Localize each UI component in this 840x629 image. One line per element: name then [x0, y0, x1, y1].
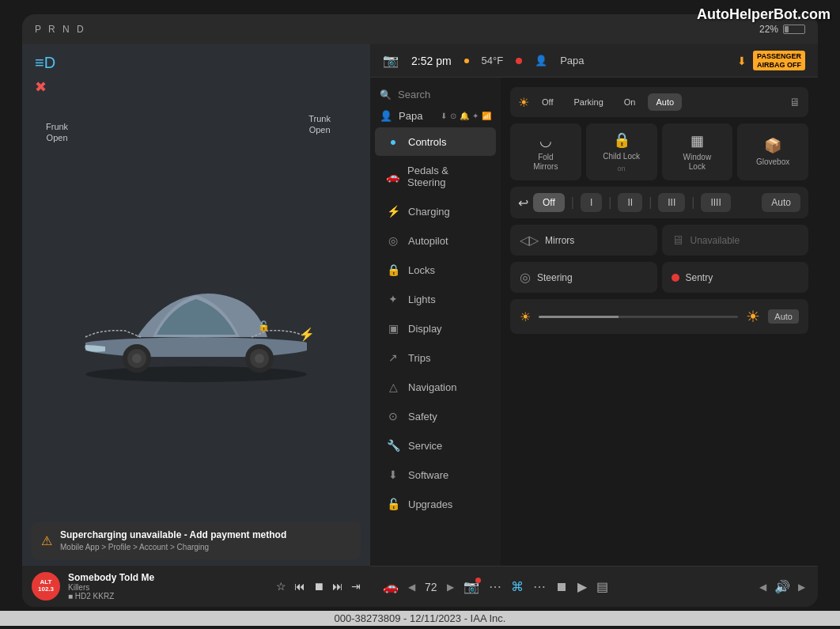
service-label: Service — [408, 440, 442, 452]
sentry-dot — [672, 274, 679, 282]
taskbar-arrow-left[interactable]: ◀ — [408, 582, 415, 593]
battery-bar — [783, 25, 805, 34]
lights-on-button[interactable]: On — [616, 93, 644, 111]
window-lock-label: Window Lock — [683, 153, 712, 172]
taskbar-temp: 72 — [425, 581, 437, 593]
search-box[interactable]: 🔍 Search — [370, 84, 501, 105]
upgrades-icon: 🔓 — [386, 498, 400, 510]
volume-icon[interactable]: 🔊 — [774, 579, 790, 594]
mirrors-icon: ◁▷ — [520, 233, 539, 248]
taskbar-arrow-right[interactable]: ▶ — [447, 582, 454, 593]
stop-button[interactable]: ⏹ — [313, 580, 324, 593]
wiper-1-button[interactable]: I — [581, 193, 602, 212]
taskbar: 🚗 ◀ 72 ▶ 📷 ⋯ ⌘ ⋯ ⏹ ▶ ▤ ◀ 🔊 ▶ — [370, 566, 818, 607]
sidebar-item-safety[interactable]: ⊙ Safety — [375, 402, 496, 430]
sidebar-item-upgrades[interactable]: 🔓 Upgrades — [375, 490, 496, 518]
fold-mirrors-label: Fold Mirrors — [533, 153, 558, 172]
lights-auto-button[interactable]: Auto — [648, 93, 682, 111]
gear-indicator: P R N D — [35, 24, 86, 35]
right-arrow-right[interactable]: ▶ — [798, 582, 805, 593]
music-title: Somebody Told Me — [68, 572, 268, 583]
download-icon: ⬇ — [737, 55, 747, 67]
sidebar-item-autopilot[interactable]: ◎ Autopilot — [375, 226, 496, 255]
sentry-card[interactable]: Sentry — [662, 262, 809, 293]
grid-taskbar-icon[interactable]: ⋯ — [489, 579, 501, 594]
lights-label: Lights — [408, 294, 436, 305]
display-icon: ▣ — [386, 322, 400, 335]
car-taskbar-icon[interactable]: 🚗 — [383, 579, 399, 594]
controls-area: 🔍 Search 👤 Papa ⬇ ⊙ 🔔 ✦ 📶 — [370, 78, 818, 566]
sidebar-item-locks[interactable]: 🔒 Locks — [375, 256, 496, 284]
wiper-off-button[interactable]: Off — [533, 193, 565, 212]
controls-panel: ☀ Off Parking On Auto 🖥 ◡ Fold Mirrors — [501, 78, 818, 566]
sidebar-item-lights[interactable]: ✦ Lights — [375, 285, 496, 313]
trips-icon: ↗ — [386, 351, 400, 364]
media-taskbar-icon[interactable]: ⏹ — [555, 580, 568, 594]
favorite-button[interactable]: ☆ — [276, 580, 286, 593]
controls-label: Controls — [408, 136, 446, 148]
play-taskbar-icon[interactable]: ▶ — [577, 579, 587, 594]
user-icon: 👤 — [535, 55, 547, 66]
sun-icon: ☀ — [518, 95, 529, 110]
svg-point-3 — [132, 354, 142, 363]
record-indicator — [516, 58, 522, 64]
wiper-auto-button[interactable]: Auto — [762, 193, 800, 212]
search-icon: 🔍 — [380, 89, 392, 100]
next-button[interactable]: ⏭ — [332, 580, 343, 593]
fold-mirrors-card[interactable]: ◡ Fold Mirrors — [510, 123, 581, 180]
sidebar-item-charging[interactable]: ⚡ Charging — [375, 197, 496, 225]
lights-parking-button[interactable]: Parking — [566, 93, 611, 111]
cast-button[interactable]: ⇥ — [351, 580, 361, 593]
brightness-slider[interactable] — [539, 316, 738, 318]
auto-brightness-label[interactable]: Auto — [768, 309, 799, 324]
brightness-sun-icon: ☀ — [520, 309, 531, 324]
car-area: Frunk Open Trunk Open — [22, 105, 370, 516]
sidebar-item-software[interactable]: ⬇ Software — [375, 460, 496, 489]
sidebar-item-navigation[interactable]: △ Navigation — [375, 373, 496, 401]
music-controls[interactable]: ☆ ⏮ ⏹ ⏭ ⇥ — [276, 580, 361, 593]
menu-taskbar-icon[interactable]: ▤ — [596, 579, 608, 594]
svg-point-6 — [255, 354, 264, 363]
headlight-icon: ≡D — [35, 54, 55, 72]
wiper-4-button[interactable]: IIII — [701, 193, 730, 212]
sidebar-item-pedals[interactable]: 🚗 Pedals & Steering — [375, 157, 496, 196]
sidebar-item-controls[interactable]: ● Controls — [375, 127, 496, 156]
mirrors-unavailable-row: ◁▷ Mirrors 🖥 Unavailable — [510, 225, 808, 256]
profile-name: Papa — [399, 110, 422, 122]
glovebox-card[interactable]: 📦 Glovebox — [737, 123, 808, 180]
display-label: Display — [408, 323, 442, 335]
notification-bar: ⚠ Supercharging unavailable - Add paymen… — [32, 522, 361, 559]
prev-button[interactable]: ⏮ — [294, 580, 305, 593]
camera-taskbar-icon[interactable]: 📷 — [464, 579, 479, 594]
unavailable-label: Unavailable — [691, 235, 740, 246]
trunk-label: Trunk Open — [308, 113, 331, 136]
bluetooth-taskbar-icon[interactable]: ⌘ — [511, 579, 524, 594]
wiper-2-button[interactable]: II — [618, 193, 642, 212]
fold-mirrors-icon: ◡ — [539, 132, 552, 150]
wiper-3-button[interactable]: III — [658, 193, 685, 212]
steering-label: Steering — [537, 272, 573, 283]
profile-icon-4: ✦ — [472, 112, 479, 120]
window-lock-icon: ▦ — [691, 132, 704, 150]
dots-taskbar-icon[interactable]: ⋯ — [533, 579, 546, 594]
right-arrow-left[interactable]: ◀ — [759, 582, 766, 593]
child-lock-icon: 🔒 — [613, 131, 630, 149]
profile-icons: ⬇ ⊙ 🔔 ✦ 📶 — [441, 112, 491, 120]
music-player: ALT 102.3 Somebody Told Me Killers ■ HD2… — [22, 566, 370, 607]
frunk-label: Frunk Open — [46, 121, 68, 144]
wiper-sep-4: | — [690, 195, 696, 210]
lights-off-button[interactable]: Off — [534, 93, 561, 111]
search-label: Search — [398, 89, 430, 100]
svg-point-0 — [85, 366, 307, 382]
mirrors-card[interactable]: ◁▷ Mirrors — [510, 225, 657, 256]
sidebar-item-trips[interactable]: ↗ Trips — [375, 343, 496, 372]
sidebar-item-service[interactable]: 🔧 Service — [375, 431, 496, 460]
steering-card[interactable]: ◎ Steering — [510, 262, 657, 293]
sidebar-item-display[interactable]: ▣ Display — [375, 314, 496, 343]
watermark: AutoHelperBot.com — [697, 6, 831, 23]
wiper-sep-2: | — [607, 195, 613, 210]
window-lock-card[interactable]: ▦ Window Lock — [662, 123, 733, 180]
notification-title: Supercharging unavailable - Add payment … — [60, 529, 286, 542]
child-lock-card[interactable]: 🔒 Child Lock on — [586, 123, 657, 180]
locks-icon: 🔒 — [386, 263, 400, 276]
